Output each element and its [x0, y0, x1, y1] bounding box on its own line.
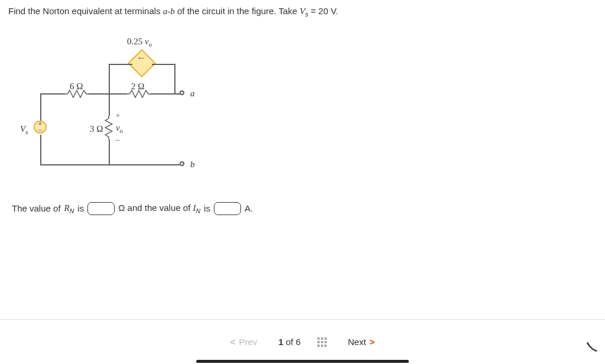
unit-2: A. — [245, 203, 253, 213]
dep-coeff: 0.25 — [127, 37, 145, 46]
wire — [40, 164, 180, 165]
vo-plus: + — [116, 111, 120, 121]
corner-mark-icon: ノ — [583, 337, 600, 357]
vo-sub: o — [120, 128, 123, 134]
in-input[interactable] — [214, 202, 241, 215]
problem-statement: Find the Norton equivalent at terminals … — [0, 0, 605, 19]
src-minus: – — [38, 127, 42, 133]
wire — [109, 64, 110, 93]
next-button[interactable]: Next > — [343, 334, 380, 349]
page-of-text: of — [286, 337, 294, 347]
next-label: Next — [348, 337, 366, 347]
page-current: 1 — [278, 337, 283, 347]
problem-text-2: of the circuit in the figure. Take — [175, 6, 300, 16]
unit1-text: Ω and the value of — [118, 203, 193, 213]
wire — [152, 64, 175, 65]
vs-var-2: V — [20, 124, 25, 134]
wire — [40, 93, 41, 122]
dependent-source-icon: ← — [128, 49, 156, 77]
rn-sub: N — [70, 207, 74, 214]
resistor-2ohm-icon — [127, 90, 151, 98]
chevron-left-icon: < — [230, 337, 236, 347]
voltage-source-icon: + – — [34, 121, 47, 134]
terminals-ab: a-b — [163, 6, 175, 16]
page-total: 6 — [295, 337, 300, 347]
footer-nav: < Prev 1 of 6 Next > — [0, 319, 605, 364]
dep-var: v — [145, 37, 149, 46]
vo-label: vo — [116, 123, 123, 134]
vo-var: v — [116, 123, 120, 132]
vs-sub-2: s — [25, 129, 28, 135]
circuit-diagram: 0.25 vo ← 6 Ω 2 Ω a + – Vs 3 Ω + — [24, 37, 225, 190]
dep-sub: o — [149, 41, 152, 48]
page-indicator: 1 of 6 — [278, 337, 301, 347]
vs-label: Vs — [20, 124, 28, 135]
wire — [109, 93, 110, 116]
chevron-right-icon: > — [370, 337, 375, 347]
rn-var: R — [64, 203, 70, 213]
wire — [174, 64, 175, 93]
progress-bar — [196, 360, 409, 363]
wire — [40, 135, 41, 165]
source-polarity: + – — [38, 121, 42, 133]
problem-text: Find the Norton equivalent at terminals — [8, 6, 163, 16]
terminal-b-dot — [180, 161, 184, 166]
wire — [151, 93, 180, 95]
wire — [89, 93, 127, 95]
grid-icon[interactable] — [317, 337, 327, 347]
vo-minus: – — [116, 135, 120, 144]
is-2: is — [204, 203, 210, 213]
in-sub: N — [196, 207, 200, 214]
resistor-3ohm-icon — [105, 116, 113, 139]
rn-input[interactable] — [87, 202, 115, 215]
r3-label: 3 Ω — [90, 124, 103, 134]
resistor-6ohm-icon — [65, 90, 89, 98]
is-1: is — [77, 203, 84, 213]
answer-sentence: The value of RN is Ω and the value of IN… — [12, 202, 605, 215]
vs-value: = 20 V. — [308, 6, 339, 16]
arrow-left-icon: ← — [136, 52, 146, 63]
rn-symbol: RN — [64, 203, 74, 214]
prev-label: Prev — [239, 337, 257, 347]
answer-pre: The value of — [12, 203, 61, 213]
wire — [40, 93, 65, 95]
dep-source-label: 0.25 vo — [127, 37, 152, 48]
prev-button[interactable]: < Prev — [226, 334, 262, 349]
terminal-a-dot — [180, 90, 184, 95]
terminal-a-label: a — [190, 89, 195, 99]
vs-var: V — [300, 6, 305, 16]
terminal-b-label: b — [190, 160, 195, 170]
wire — [109, 139, 110, 165]
wire — [109, 64, 132, 65]
unit-1: Ω and the value of IN — [118, 203, 200, 214]
